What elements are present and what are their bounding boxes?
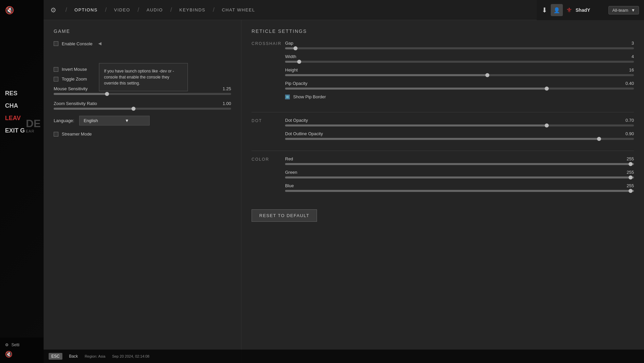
settings-icon: ⚙ [5, 343, 9, 347]
datetime-info: Sep 20 2024, 02:14:08 [112, 354, 149, 358]
red-track[interactable] [285, 163, 634, 165]
red-fill [285, 163, 634, 165]
mouse-sensitivity-label: Mouse Sensitivity [54, 86, 88, 91]
pip-opacity-slider-row: Pip Opacity 0.40 [285, 81, 634, 90]
user-avatar: 👤 [551, 4, 563, 16]
crosshair-section-row: CROSSHAIR Gap 3 [252, 41, 634, 106]
back-label[interactable]: Back [69, 354, 78, 359]
region-info: Region: Asia [85, 354, 105, 358]
mouse-sensitivity-track[interactable] [54, 93, 231, 95]
settings-label: Setti [11, 343, 19, 347]
dot-opacity-fill [285, 124, 547, 126]
mouse-sensitivity-thumb[interactable] [105, 92, 109, 96]
streamer-mode-row: Streamer Mode [54, 132, 231, 137]
streamer-mode-checkbox[interactable] [54, 132, 58, 137]
blue-value: 255 [627, 183, 634, 188]
streamer-mode-label: Streamer Mode [62, 132, 92, 137]
console-info-arrow[interactable]: ◄ [97, 41, 103, 47]
sidenav-res[interactable]: Res [0, 87, 44, 100]
height-fill [285, 74, 487, 76]
show-pip-border-label: Show Pip Border [293, 94, 326, 99]
download-icon[interactable]: ⬇ [542, 6, 547, 14]
bottom-left-area: ⚙ Setti 🔇 [0, 338, 44, 363]
nav-tab-audio[interactable]: AUDIO [143, 7, 166, 12]
red-thumb[interactable] [629, 162, 633, 166]
esc-button[interactable]: ESC [49, 353, 62, 360]
nav-sep-2: / [105, 6, 107, 13]
height-value: 16 [629, 67, 634, 72]
width-label: Width [285, 54, 296, 59]
height-track[interactable] [285, 74, 634, 76]
pip-opacity-thumb[interactable] [545, 87, 549, 91]
gap-track[interactable] [285, 47, 634, 49]
show-pip-border-checkbox[interactable] [285, 95, 290, 99]
game-panel: GAME Enable Console ◄ If you have launch… [44, 20, 241, 363]
main-panel: ⚙ / OPTIONS / VIDEO / AUDIO / KEYBINDS /… [44, 0, 644, 363]
width-value: 4 [632, 54, 634, 59]
reticle-panel: RETICLE SETTINGS CROSSHAIR Gap 3 [241, 20, 644, 363]
width-track[interactable] [285, 61, 634, 63]
show-pip-border-row: Show Pip Border [285, 94, 634, 99]
team-selector[interactable]: All-team ▼ [608, 6, 639, 14]
dot-opacity-thumb[interactable] [545, 123, 549, 127]
enable-console-label: Enable Console [62, 41, 93, 46]
dot-opacity-label: Dot Opacity [285, 118, 308, 123]
gap-label: Gap [285, 41, 293, 46]
reticle-section-title: RETICLE SETTINGS [252, 29, 634, 34]
nav-tab-keybinds[interactable]: KEYBINDS [176, 7, 209, 12]
dot-section-row: DOT Dot Opacity 0.70 [252, 118, 634, 145]
settings-item[interactable]: ⚙ Setti [5, 343, 39, 347]
green-label: Green [285, 170, 297, 175]
mute-item[interactable]: 🔇 [5, 351, 39, 358]
green-value: 255 [627, 170, 634, 175]
green-track[interactable] [285, 176, 634, 178]
dot-color-divider [252, 151, 634, 151]
pip-opacity-value: 0.40 [626, 81, 634, 86]
dot-outline-opacity-thumb[interactable] [597, 137, 601, 141]
user-emblem: ⚜ [566, 6, 572, 14]
toggle-zoom-label: Toggle Zoom [62, 76, 87, 82]
dot-outline-opacity-slider-row: Dot Outline Opacity 0.90 [285, 131, 634, 140]
pip-opacity-track[interactable] [285, 88, 634, 90]
green-thumb[interactable] [629, 175, 633, 179]
height-label: Height [285, 67, 298, 72]
dot-opacity-track[interactable] [285, 124, 634, 126]
blue-thumb[interactable] [629, 189, 633, 193]
ear-text: EAR [26, 129, 35, 133]
language-select[interactable]: English ▼ [79, 116, 150, 125]
nav-tab-video[interactable]: VIDEO [111, 7, 133, 12]
sidenav-cha[interactable]: Cha [0, 100, 44, 112]
top-right-user-area: ⬇ 👤 ⚜ ShadY All-team ▼ [537, 0, 644, 20]
dot-opacity-slider-row: Dot Opacity 0.70 [285, 118, 634, 126]
reset-to-default-button[interactable]: RESET TO DEFAULT [252, 209, 317, 222]
zoom-sensitivity-row: Zoom Sensitivity Ratio 1.00 [54, 101, 231, 110]
gap-thumb[interactable] [293, 46, 298, 50]
blue-track[interactable] [285, 190, 634, 192]
dot-outline-opacity-label: Dot Outline Opacity [285, 131, 323, 136]
height-thumb[interactable] [485, 73, 489, 77]
enable-console-checkbox[interactable] [54, 41, 58, 46]
tooltip-box: If you have launch options like -dev or … [99, 63, 188, 91]
zoom-sensitivity-track[interactable] [54, 108, 231, 110]
enable-console-row: Enable Console ◄ [54, 41, 231, 47]
zoom-sensitivity-label: Zoom Sensitivity Ratio [54, 101, 97, 106]
color-section-row: COLOR Red 255 [252, 156, 634, 197]
language-value: English [84, 118, 98, 123]
tooltip-text: If you have launch options like -dev or … [104, 69, 174, 86]
zoom-sensitivity-fill [54, 108, 133, 110]
pip-opacity-label: Pip Opacity [285, 81, 307, 86]
team-selector-chevron: ▼ [631, 8, 635, 13]
green-fill [285, 176, 634, 178]
side-nav-area: DE EAR Res Cha Leav Exit G [0, 67, 44, 137]
mute-icon-top[interactable]: 🔇 [5, 6, 14, 15]
invert-mouse-checkbox[interactable] [54, 67, 58, 72]
zoom-sensitivity-thumb[interactable] [131, 107, 136, 111]
nav-sep-5: / [213, 6, 214, 13]
red-value: 255 [627, 156, 634, 161]
nav-tab-chatwheel[interactable]: CHAT WHEEL [218, 7, 258, 12]
width-thumb[interactable] [297, 60, 301, 64]
nav-tab-options[interactable]: OPTIONS [71, 7, 101, 12]
crosshair-controls: Gap 3 Width 4 [285, 41, 634, 106]
toggle-zoom-checkbox[interactable] [54, 77, 58, 82]
dot-outline-opacity-track[interactable] [285, 138, 634, 140]
